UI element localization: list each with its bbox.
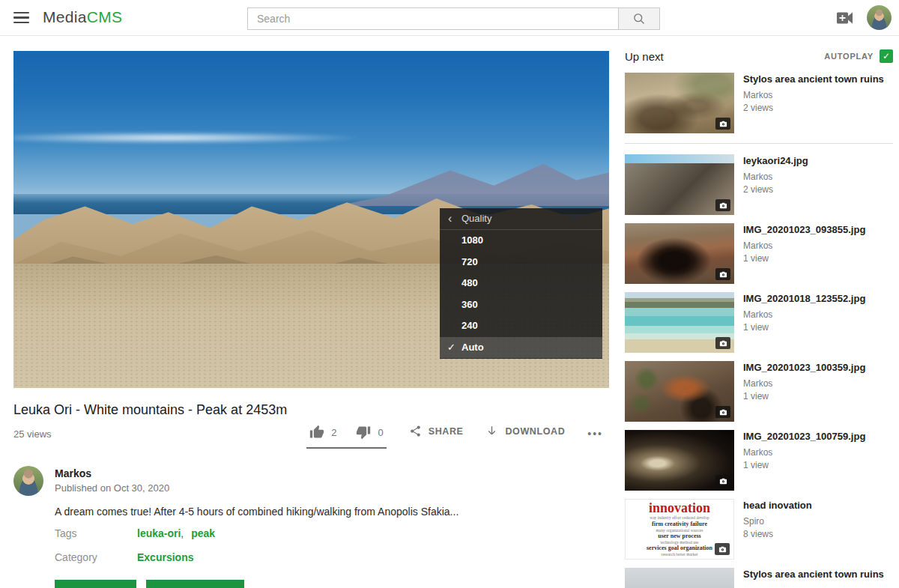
dislike-count: 0 — [378, 427, 383, 438]
delete-media-button[interactable]: DELETE MEDIA — [146, 580, 244, 588]
video-player[interactable]: ‹ Quality 1080720480360240✓Auto 0:01 / 0… — [13, 51, 609, 388]
quality-option-label: 240 — [461, 320, 478, 331]
item-title[interactable]: Stylos area ancient town ruins — [743, 569, 884, 581]
quality-option-360[interactable]: 360 — [440, 294, 602, 316]
autoplay-checkbox[interactable]: ✓ — [880, 49, 893, 63]
item-title[interactable]: IMG_20201023_093855.jpg — [743, 224, 865, 236]
tags-row: Tags leuka-ori, peak — [13, 527, 609, 542]
share-button[interactable]: SHARE — [409, 425, 464, 437]
thumbnail-beach[interactable] — [625, 292, 734, 353]
search-icon — [632, 12, 646, 25]
search-bar — [247, 7, 660, 30]
item-title[interactable]: IMG_20201018_123552.jpg — [743, 293, 865, 305]
edit-media-button[interactable]: EDIT MEDIA — [55, 580, 136, 588]
category-link[interactable]: Excursions — [137, 551, 193, 563]
item-author[interactable]: Markos — [743, 172, 808, 182]
wordcloud-word: user new process — [658, 533, 700, 540]
quality-option-label: Auto — [461, 342, 484, 353]
view-count: 25 views — [13, 428, 52, 440]
image-type-badge — [715, 199, 730, 211]
up-next-title: Up next — [625, 50, 664, 63]
list-item[interactable]: Stylos area ancient town ruinsMarkos2 vi… — [625, 73, 893, 133]
quality-menu-options: 1080720480360240✓Auto — [440, 230, 602, 358]
published-date: Published on Oct 30, 2020 — [55, 482, 169, 494]
item-views: 1 view — [743, 460, 865, 470]
quality-option-auto[interactable]: ✓Auto — [440, 337, 602, 359]
item-author[interactable]: Markos — [743, 309, 865, 320]
logo[interactable]: MediaCMS — [43, 8, 122, 26]
category-label: Category — [55, 551, 137, 563]
item-author[interactable]: Markos — [743, 240, 865, 251]
wordcloud-word: way industry effort reduced develop — [650, 515, 709, 521]
thumbnail-ruins[interactable] — [625, 73, 734, 133]
list-item[interactable]: IMG_20201023_100759.jpgMarkos1 view — [625, 430, 893, 491]
like-count: 2 — [331, 427, 336, 438]
author-row: Markos Published on Oct 30, 2020 — [13, 466, 609, 496]
autoplay-control: AUTOPLAY ✓ — [824, 49, 893, 63]
item-title[interactable]: head inovation — [743, 500, 812, 512]
list-item[interactable]: innovationway industry effort reduced de… — [625, 499, 893, 560]
quality-option-720[interactable]: 720 — [440, 252, 602, 273]
quality-menu: ‹ Quality 1080720480360240✓Auto — [440, 208, 602, 359]
item-title[interactable]: IMG_20201023_100759.jpg — [743, 431, 865, 443]
list-item[interactable]: IMG_20201023_100359.jpgMarkos1 view — [625, 361, 893, 422]
wordcloud-word: firm creativity failure — [652, 521, 707, 528]
quality-option-1080[interactable]: 1080 — [440, 230, 602, 252]
share-label: SHARE — [429, 426, 464, 437]
tag-list: leuka-ori, peak — [137, 527, 215, 539]
camera-icon — [719, 477, 727, 485]
item-info: Stylos area ancient town ruinsMarkos2 vi… — [734, 73, 884, 133]
logo-text-media: Media — [43, 8, 87, 25]
list-item[interactable]: Stylos area ancient town ruins — [625, 568, 893, 588]
item-info: IMG_20201023_093855.jpgMarkos1 view — [734, 223, 865, 284]
thumbnail-cliff[interactable] — [625, 361, 734, 422]
mediacms-page: MediaCMS ‹ Quality — [0, 0, 899, 588]
search-button[interactable] — [618, 7, 660, 30]
quality-option-label: 1080 — [461, 234, 483, 246]
list-item[interactable]: leykaori24.jpgMarkos2 views — [625, 154, 893, 215]
author-name[interactable]: Markos — [55, 467, 169, 479]
thumbnail-dark-cave[interactable] — [625, 430, 734, 491]
item-author[interactable]: Spiro — [743, 516, 812, 527]
tag-link-peak[interactable]: peak — [191, 527, 215, 539]
search-input[interactable] — [247, 7, 618, 30]
camera-icon — [719, 408, 727, 416]
item-info: Stylos area ancient town ruins — [734, 568, 884, 588]
quality-option-480[interactable]: 480 — [440, 273, 602, 294]
thumbnail-wordcloud[interactable]: innovationway industry effort reduced de… — [625, 499, 734, 560]
item-author[interactable]: Markos — [743, 447, 865, 458]
video-frame-cloud — [13, 132, 359, 144]
back-chevron-icon: ‹ — [448, 208, 452, 229]
media-description: A dream comes true! After 4-5 hours of c… — [13, 506, 609, 518]
like-button[interactable]: 2 — [309, 425, 336, 440]
quality-menu-header[interactable]: ‹ Quality — [440, 208, 602, 230]
item-views: 2 views — [743, 103, 884, 113]
tag-separator: , — [181, 527, 187, 539]
autoplay-label: AUTOPLAY — [824, 52, 874, 61]
item-author[interactable]: Markos — [743, 90, 884, 100]
ratings-group: 2 0 — [306, 425, 386, 449]
thumbnail-misty[interactable] — [625, 568, 734, 588]
item-title[interactable]: Stylos area ancient town ruins — [743, 73, 884, 85]
tag-link-leuka-ori[interactable]: leuka-ori — [137, 527, 181, 539]
wordcloud-word: technology method use — [660, 540, 698, 545]
author-avatar[interactable] — [13, 466, 43, 496]
divider — [625, 143, 893, 144]
user-avatar[interactable] — [867, 5, 892, 30]
dislike-button[interactable]: 0 — [356, 425, 383, 440]
thumbnail-cave-rock[interactable] — [625, 223, 734, 284]
thumbnail-mountain[interactable] — [625, 154, 734, 215]
list-item[interactable]: IMG_20201023_093855.jpgMarkos1 view — [625, 223, 893, 284]
upload-media-button[interactable] — [836, 10, 854, 26]
item-info: IMG_20201023_100759.jpgMarkos1 view — [734, 430, 865, 491]
item-author[interactable]: Markos — [743, 378, 865, 389]
download-button[interactable]: DOWNLOAD — [485, 425, 565, 437]
list-item[interactable]: IMG_20201018_123552.jpgMarkos1 view — [625, 292, 893, 353]
up-next-sidebar: Up next AUTOPLAY ✓ Stylos area ancient t… — [625, 46, 893, 588]
item-title[interactable]: leykaori24.jpg — [743, 155, 808, 167]
menu-icon[interactable] — [13, 12, 29, 24]
item-title[interactable]: IMG_20201023_100359.jpg — [743, 362, 865, 374]
quality-option-240[interactable]: 240 — [440, 315, 602, 337]
quality-option-label: 480 — [461, 277, 478, 288]
more-options-icon[interactable]: ••• — [587, 425, 603, 440]
